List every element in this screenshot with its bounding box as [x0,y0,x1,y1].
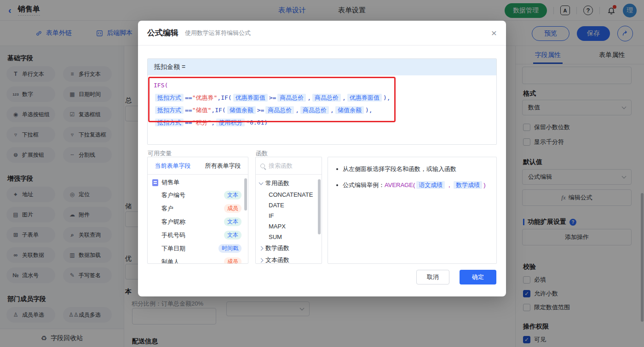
var-field-row[interactable]: 客户编号文本 [148,188,248,202]
search-placeholder: 搜索函数 [269,162,293,170]
field-chip: 商品总价 [300,106,329,114]
tip-line: 从左侧面板选择字段名和函数，或输入函数 [336,165,488,174]
example-field-chip: 数学成绩 [454,181,482,189]
variables-scrollbar[interactable] [244,178,247,210]
var-field-name: 客户 [161,205,173,213]
formula-token: "储值" [192,107,212,114]
search-icon [260,164,265,168]
tip-example: 公式编辑举例：AVERAGE(语文成绩，数学成绩) [343,181,486,190]
function-group-expanded[interactable]: 常用函数 [256,177,322,189]
field-chip: 优惠券面值 [233,94,268,102]
chevron-down-icon [259,180,264,185]
chevron-right-icon [259,258,264,262]
modal-footer: 取消 确定 [416,270,496,284]
field-chip: 商品总价 [265,106,294,114]
field-chip: 抵扣方式 [155,106,184,114]
var-field-name: 手机号码 [161,231,185,239]
chevron-right-icon [259,246,264,250]
var-field-row[interactable]: 下单日期时间戳 [148,242,248,255]
var-field-badge: 文本 [224,231,242,239]
function-item[interactable]: CONCATENATE [256,189,322,200]
var-field-name: 客户昵称 [161,218,185,226]
example-close: ) [483,182,485,188]
close-icon[interactable]: × [491,28,497,38]
var-field-badge: 成员 [224,204,242,213]
confirm-button[interactable]: 确定 [460,270,496,284]
example-prefix: 公式编辑举例： [343,182,385,188]
formula-token: >= [269,94,276,101]
field-chip: 商品总价 [277,94,306,102]
tab-all-form-fields[interactable]: 所有表单字段 [198,157,248,174]
var-field-row[interactable]: 客户昵称文本 [148,215,248,228]
modal-title: 公式编辑 [147,28,178,38]
field-chip: 优惠券面值 [347,94,382,102]
formula-token: , [211,119,215,126]
formula-token: == [185,119,192,126]
form-node[interactable]: 销售单 [148,175,248,188]
example-function: AVERAGE( [385,182,415,188]
field-chip: 抵扣方式 [155,94,184,102]
function-group-name: 常用函数 [265,179,289,188]
formula-token: == [185,107,192,114]
formula-token: , [295,107,299,114]
app-screen: ‹ 销售单 表单设计 表单设置 数据管理 A ? 理 表单外链 后端脚本 [0,0,644,347]
var-field-row[interactable]: 手机号码文本 [148,228,248,242]
field-chip: 抵扣方式 [155,119,184,126]
formula-token: , [307,94,311,101]
function-group-name: 数学函数 [265,244,289,252]
formula-line: IFS( [154,79,490,91]
function-item[interactable]: IF [256,210,322,221]
formula-line: 抵扣方式=="积分",使用积分*0.01) [154,116,490,129]
function-group-collapsed[interactable]: 数学函数 [256,242,322,254]
formula-token: IFS( [154,82,168,89]
formula-token: , [342,94,346,101]
var-field-badge: 成员 [224,257,242,264]
formula-token: , [330,107,334,114]
formula-token: *0.01) [246,119,268,126]
variables-panel: 当前表单字段 所有表单字段 销售单 客户编号文本客户成员客户昵称文本手机号码文本… [147,157,248,264]
field-chip: 储值余额 [227,106,256,114]
var-field-row[interactable]: 制单人成员 [148,255,248,264]
example-comma: ， [446,182,452,188]
formula-line: 抵扣方式=="优惠券",IF(优惠券面值>=商品总价,商品总价,优惠券面值), [154,91,490,104]
form-name: 销售单 [161,178,179,187]
var-field-badge: 时间戳 [218,244,242,253]
function-item[interactable]: DATE [256,200,322,210]
function-item[interactable]: MAPX [256,221,322,232]
bullet-icon [336,184,338,186]
formula-code-area[interactable]: IFS(抵扣方式=="优惠券",IF(优惠券面值>=商品总价,商品总价,优惠券面… [148,75,496,132]
field-chip: 储值余额 [335,106,364,114]
form-icon [152,179,158,186]
field-chip: 商品总价 [312,94,341,102]
formula-token: == [185,94,192,101]
help-panel: 从左侧面板选择字段名和函数，或输入函数 公式编辑举例：AVERAGE(语文成绩，… [328,157,497,264]
function-item[interactable]: SUM [256,232,322,242]
formula-token: "积分" [192,119,212,126]
variables-tabs: 当前表单字段 所有表单字段 [148,157,248,175]
formula-token: >= [257,107,264,114]
var-field-name: 下单日期 [161,245,185,253]
modal-subtitle: 使用数学运算符编辑公式 [185,29,251,37]
function-group-name: 文本函数 [265,256,289,264]
tab-current-form-fields[interactable]: 当前表单字段 [148,157,198,174]
functions-scrollbar[interactable] [318,179,321,234]
var-field-name: 制单人 [161,258,179,264]
formula-token: ), [383,94,391,101]
field-chip: 使用积分 [216,119,245,126]
cancel-button[interactable]: 取消 [416,270,449,284]
function-search[interactable]: 搜索函数 [256,157,322,175]
tip-text: 从左侧面板选择字段名和函数，或输入函数 [343,165,456,174]
formula-target: 抵扣金额 = [148,59,496,75]
formula-editor-modal: 公式编辑 使用数学运算符编辑公式 × 抵扣金额 = IFS(抵扣方式=="优惠券… [138,21,506,296]
formula-token: ), [365,107,373,114]
formula-token: ,IF( [211,107,225,114]
formula-token: "优惠券" [192,94,218,101]
var-field-row[interactable]: 客户成员 [148,202,248,215]
var-field-name: 客户编号 [161,191,185,199]
var-field-badge: 文本 [224,217,242,226]
formula-editor[interactable]: 抵扣金额 = IFS(抵扣方式=="优惠券",IF(优惠券面值>=商品总价,商品… [147,58,497,145]
functions-panel: 搜索函数 常用函数CONCATENATEDATEIFMAPXSUM数学函数文本函… [255,157,322,264]
tip-example-line: 公式编辑举例：AVERAGE(语文成绩，数学成绩) [336,181,488,190]
bullet-icon [336,168,338,170]
function-group-collapsed[interactable]: 文本函数 [256,254,322,264]
